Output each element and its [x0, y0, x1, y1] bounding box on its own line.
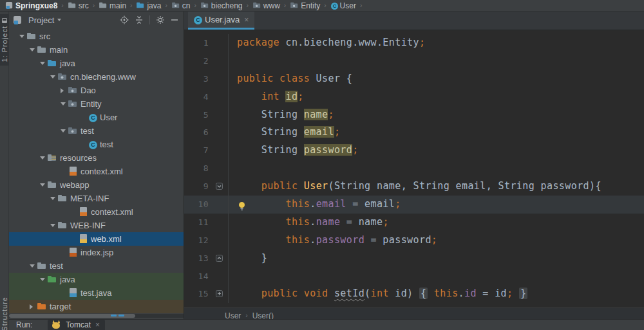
tree-item-target[interactable]: target [9, 300, 184, 313]
code-line-15[interactable]: 15 public void setId(int id) { this.id =… [184, 285, 644, 303]
code-editor[interactable]: 1package cn.biecheng.www.Entity;23public… [184, 30, 644, 307]
breadcrumb-item-cn[interactable]: cn [170, 0, 192, 12]
breadcrumb-item-Springxue8[interactable]: Springxue8 [3, 0, 59, 12]
expand-arrow-icon[interactable] [40, 151, 48, 165]
project-scrollbar[interactable] [9, 314, 184, 318]
folder-icon [27, 32, 37, 41]
folder-icon [99, 1, 108, 10]
gutter-cell [213, 268, 228, 286]
fold-close-icon[interactable] [213, 250, 228, 268]
tree-item-User[interactable]: CUser [9, 111, 184, 124]
tree-item-src[interactable]: src [9, 30, 184, 43]
tree-item-java[interactable]: java [9, 273, 184, 286]
tool-button-structure[interactable]: Structure [0, 286, 9, 330]
breadcrumb-separator-icon: › [130, 2, 132, 9]
expand-arrow-icon[interactable] [40, 178, 48, 192]
tree-item-index.jsp[interactable]: index.jsp [9, 246, 184, 259]
tree-item-test[interactable]: test [9, 124, 184, 138]
code-line-6[interactable]: 6 String email; [184, 124, 644, 142]
code-line-2[interactable]: 2 [184, 52, 644, 70]
tree-item-WEB-INF[interactable]: WEB-INF [9, 219, 184, 232]
locate-icon[interactable] [120, 15, 129, 24]
code-line-14[interactable]: 14 [184, 268, 644, 286]
breadcrumb-item-main[interactable]: main [97, 0, 128, 12]
expand-arrow-icon[interactable] [50, 70, 58, 84]
tool-button-project[interactable]: 1: Project [0, 14, 9, 66]
code-token: public void [261, 288, 328, 299]
code-line-3[interactable]: 3public class User { [184, 70, 644, 88]
line-number: 13 [184, 250, 213, 268]
tree-item-main[interactable]: main [9, 43, 184, 57]
tree-item-webapp[interactable]: webapp [9, 178, 184, 192]
settings-icon[interactable] [156, 15, 165, 24]
breadcrumb-item-java[interactable]: java [135, 0, 162, 12]
tree-item-Dao[interactable]: Dao [9, 84, 184, 97]
code-token: name [304, 109, 328, 120]
fold-open-icon[interactable] [213, 178, 228, 196]
breadcrumb-item-www[interactable]: www [251, 0, 281, 12]
expand-arrow-icon[interactable] [30, 43, 37, 57]
expand-arrow-icon[interactable] [19, 30, 27, 43]
code-line-1[interactable]: 1package cn.biecheng.www.Entity; [184, 34, 644, 52]
tree-item-java[interactable]: java [9, 57, 184, 70]
code-line-11[interactable]: 11 this.name = name; [184, 214, 644, 232]
code-token: = password [365, 234, 431, 246]
tree-item-test[interactable]: test [9, 259, 184, 273]
editor-tab-user-java[interactable]: C User.java × [188, 12, 254, 30]
gutter-cell [213, 70, 228, 88]
hide-icon[interactable] [171, 16, 178, 24]
tree-item-test[interactable]: Ctest [9, 138, 184, 151]
code-line-13[interactable]: 13 } [184, 250, 644, 268]
code-line-10[interactable]: 10 this.email = email; [184, 196, 644, 214]
close-tab-icon[interactable]: × [95, 320, 100, 329]
code-line-5[interactable]: 5 String name; [184, 106, 644, 124]
expand-arrow-icon[interactable] [50, 219, 58, 232]
tree-label: java [60, 59, 75, 68]
code-line-4[interactable]: 4 int id; [184, 88, 644, 106]
expand-arrow-icon[interactable] [61, 97, 68, 111]
fold-plus-icon[interactable] [213, 285, 228, 303]
code-line-12[interactable]: 12 this.password = password; [184, 232, 644, 250]
expand-arrow-icon[interactable] [40, 273, 48, 286]
tree-label: User [100, 113, 117, 122]
code-token: int [371, 288, 389, 299]
project-panel-title[interactable]: Project [28, 15, 54, 25]
folder-icon [37, 45, 47, 55]
run-label: Run: [16, 320, 32, 329]
expand-arrow-icon[interactable] [30, 300, 37, 313]
code-token: name [316, 216, 341, 228]
tree-item-context.xml[interactable]: context.xml [9, 205, 184, 219]
tree-item-web.xml[interactable]: web.xml [9, 232, 184, 246]
expand-arrow-icon[interactable] [61, 84, 68, 97]
expand-arrow-icon[interactable] [61, 124, 68, 138]
tree-item-context.xml[interactable]: context.xml [9, 165, 184, 178]
run-tab-tomcat[interactable]: Tomcat × [48, 320, 105, 330]
file-java-icon [68, 288, 78, 298]
tree-item-test.java[interactable]: test.java [9, 286, 184, 300]
expand-arrow-icon[interactable] [40, 57, 48, 70]
tree-item-META-INF[interactable]: META-INF [9, 192, 184, 205]
breadcrumb-item-src[interactable]: src [66, 0, 90, 12]
code-token [237, 288, 261, 299]
tree-item-resources[interactable]: resources [9, 151, 184, 165]
tree-item-Entity[interactable]: Entity [9, 97, 184, 111]
expand-arrow-icon[interactable] [50, 192, 58, 205]
package-icon [253, 1, 261, 10]
code-token: } [519, 288, 527, 299]
chevron-down-icon[interactable] [57, 19, 61, 21]
breadcrumb-label: Entity [301, 1, 320, 10]
breadcrumb-item-biecheng[interactable]: biecheng [199, 0, 244, 12]
code-line-7[interactable]: 7 String password; [184, 142, 644, 160]
breadcrumb-item-Entity[interactable]: Entity [289, 0, 321, 12]
close-tab-icon[interactable]: × [244, 15, 249, 24]
tree-item-cn.biecheng.www[interactable]: cn.biecheng.www [9, 70, 184, 84]
breadcrumb-separator-icon: › [165, 2, 167, 9]
collapse-all-icon[interactable] [135, 15, 144, 24]
expand-arrow-icon[interactable] [30, 259, 37, 273]
class-icon: C [89, 114, 97, 122]
code-line-9[interactable]: 9 public User(String name, String email,… [184, 178, 644, 196]
breadcrumb-item-User[interactable]: CUser [329, 0, 357, 12]
code-line-8[interactable]: 8 [184, 160, 644, 178]
code-text: this.name = name; [228, 214, 644, 232]
code-token: ; [298, 91, 303, 102]
